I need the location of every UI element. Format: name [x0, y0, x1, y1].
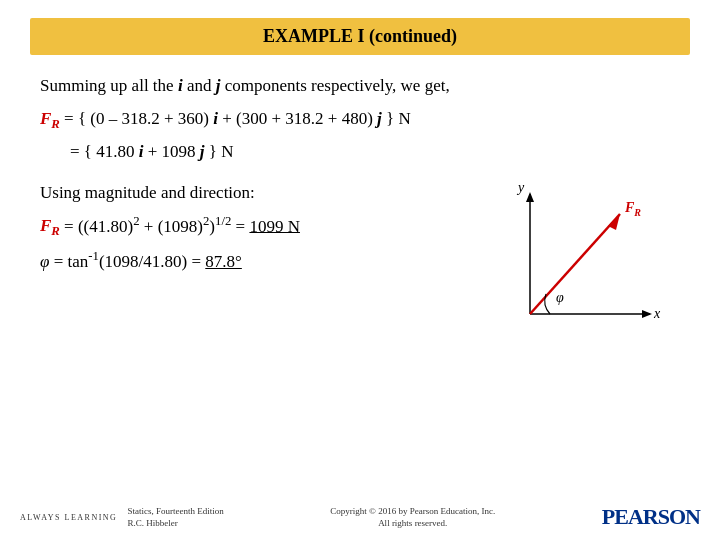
diagram: y x FR φ [480, 184, 680, 344]
fr-vector-label: FR [624, 200, 641, 218]
phi-label: φ [556, 290, 564, 305]
phi-equation: φ = tan-1(1098/41.80) = 87.8° [40, 246, 480, 275]
svg-marker-3 [642, 310, 652, 318]
title-bar: EXAMPLE I (continued) [30, 18, 690, 55]
equation2: = { 41.80 i + 1098 j } N [70, 138, 680, 165]
intro-line: Summing up all the i and j components re… [40, 73, 680, 99]
pearson-logo: PEARSON [602, 504, 700, 530]
footer-left: ALWAYS LEARNING Statics, Fourteenth Edit… [20, 505, 224, 530]
svg-line-4 [530, 214, 620, 314]
svg-marker-5 [608, 214, 620, 230]
always-learning-label: ALWAYS LEARNING [20, 513, 117, 522]
y-label: y [516, 184, 525, 195]
footer: ALWAYS LEARNING Statics, Fourteenth Edit… [0, 504, 720, 530]
magnitude-label: Using magnitude and direction: [40, 179, 480, 206]
title-text: EXAMPLE I (continued) [263, 26, 457, 46]
force-diagram: y x FR φ [480, 184, 680, 344]
magnitude-equation: FR = ((41.80)2 + (1098)2)1/2 = 1099 N [40, 211, 480, 242]
svg-marker-1 [526, 192, 534, 202]
x-label: x [653, 306, 661, 321]
footer-copyright: Copyright © 2016 by Pearson Education, I… [330, 505, 495, 530]
equation1: FR = { (0 – 318.2 + 360) i + (300 + 318.… [40, 105, 680, 135]
footer-book-info: Statics, Fourteenth Edition R.C. Hibbele… [127, 505, 223, 530]
